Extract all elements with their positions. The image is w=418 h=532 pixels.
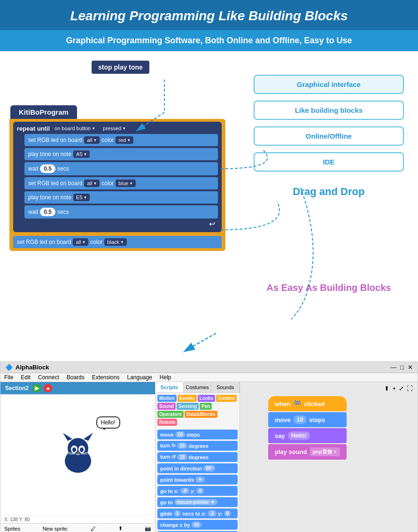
cat-control-btn[interactable]: Control xyxy=(216,395,237,402)
menu-edit[interactable]: Edit xyxy=(21,374,31,381)
tab-sounds[interactable]: Sounds xyxy=(211,382,240,392)
menu-extensions[interactable]: Extensions xyxy=(92,374,120,381)
play-sound-block: play sound pop音效 xyxy=(268,444,347,460)
pressed-dropdown[interactable]: pressed xyxy=(100,125,129,132)
play-tone-2-label: play tone on note xyxy=(28,194,71,201)
all3-dropdown[interactable]: all xyxy=(73,238,88,246)
ide-title-left: 🔷 AlphaBlock xyxy=(5,364,49,371)
cat-data-btn[interactable]: Data&Blocks xyxy=(185,411,217,418)
building-blocks-label: As Easy As Building Blocks xyxy=(254,282,404,293)
header-top: Learning Programming Like Building Block… xyxy=(0,0,418,30)
set-rgb-red-block: set RGB led on board all color red xyxy=(24,134,218,146)
menu-boards[interactable]: Boards xyxy=(67,374,85,381)
menu-language[interactable]: Language xyxy=(127,374,152,381)
flag-icon: 🏁 xyxy=(293,400,301,407)
stop-play-tone-label: stop play tone xyxy=(92,61,149,74)
cat-svg xyxy=(54,430,101,477)
repeat-header: repeat until on board button pressed xyxy=(17,125,218,132)
wait-val-1: 0.5 xyxy=(40,164,55,173)
cat-pen-btn[interactable]: Pen xyxy=(200,403,212,410)
cat-sound-btn[interactable]: Sound xyxy=(157,403,176,410)
cat-sensing-btn[interactable]: Sensing xyxy=(177,403,199,410)
wait-1-label: wait xyxy=(28,165,38,172)
svg-point-2 xyxy=(68,438,88,459)
feature-graphical-interface[interactable]: Graphical interface xyxy=(254,75,404,94)
new-sprite-photo-btn[interactable]: 📷 xyxy=(145,525,151,532)
new-sprite-upload-btn[interactable]: ⬆ xyxy=(118,525,123,532)
block-point-towards[interactable]: point towards ▼ xyxy=(157,475,238,485)
stage-panel: Section2 ▶ ■ Hello! xyxy=(0,382,155,532)
menu-help[interactable]: Help xyxy=(160,374,171,381)
clicked-label: clicked xyxy=(304,400,325,407)
block-move-steps[interactable]: move 10 steps xyxy=(157,430,238,439)
note-a5-dropdown[interactable]: A5 xyxy=(73,150,90,158)
all2-dropdown[interactable]: all xyxy=(84,180,100,187)
scripts-toolbar: ⬆ + ⤢ ⛶ xyxy=(384,385,413,392)
cat-events-btn[interactable]: Events xyxy=(178,395,197,402)
feature-online-offline[interactable]: Online/Offline xyxy=(254,126,404,146)
ide-minimize-btn[interactable]: — xyxy=(390,364,396,371)
cat-motion-btn[interactable]: Motion xyxy=(157,395,177,402)
when-clicked-hat: when 🏁 clicked xyxy=(268,396,347,411)
wait-1-block: wait 0.5 secs xyxy=(24,162,218,175)
sprites-label: Sprites xyxy=(4,526,20,532)
ide-close-btn[interactable]: ✕ xyxy=(408,364,413,371)
cat-operators-btn[interactable]: Operators xyxy=(157,411,184,418)
block-goto-mousepointer[interactable]: go to mouse-pointer ▼ xyxy=(157,497,238,507)
drag-drop-label: Drag and Drop xyxy=(254,186,404,198)
feature-like-building-blocks[interactable]: Like building blocks xyxy=(254,101,404,120)
set-rgb-red-label: set RGB led on board xyxy=(28,137,82,143)
expand-icon[interactable]: ⤢ xyxy=(399,385,404,392)
svg-point-7 xyxy=(72,447,76,452)
menu-file[interactable]: File xyxy=(4,374,13,381)
move-value: 10 xyxy=(294,415,306,424)
block-goto-xy[interactable]: go to x: -0 y: 0 xyxy=(157,486,238,496)
ide-maximize-btn[interactable]: □ xyxy=(400,364,404,371)
stop-button[interactable]: ■ xyxy=(44,384,52,392)
wait-2-label: wait xyxy=(28,209,38,215)
stage-header: Section2 ▶ ■ xyxy=(0,382,155,394)
tab-costumes[interactable]: Costumes xyxy=(184,382,212,392)
black-dropdown[interactable]: black xyxy=(104,238,127,246)
play-tone-e5-block: play tone on note E5 xyxy=(24,191,218,203)
header-subtitle: Graphical Programming Software, Both Onl… xyxy=(0,30,418,51)
wait-2-block: wait 0.5 secs xyxy=(24,205,218,219)
page-title: Learning Programming Like Building Block… xyxy=(9,8,409,23)
when-label: when xyxy=(275,400,290,407)
flag-button[interactable]: ▶ xyxy=(32,384,41,392)
loop-arrow: ↩ xyxy=(17,219,218,229)
svg-marker-4 xyxy=(84,433,93,441)
cat-looks-btn[interactable]: Looks xyxy=(198,395,215,402)
new-sprite-paint-btn[interactable]: 🖊 xyxy=(91,526,96,532)
repeat-body: set RGB led on board all color red play … xyxy=(24,134,218,219)
menu-connect[interactable]: Connect xyxy=(38,374,59,381)
stage-canvas: Hello! xyxy=(0,394,155,516)
blocks-list: move 10 steps turn ↻ 15 degrees turn ↺ 1… xyxy=(155,428,240,532)
block-point-direction[interactable]: point in direction 90° xyxy=(157,463,238,473)
block-turn-ccw[interactable]: turn ↺ 15 degrees xyxy=(157,452,238,462)
play-tone-a5-block: play tone on note A5 xyxy=(24,148,218,160)
sound-dropdown[interactable]: pop音效 xyxy=(310,447,340,456)
tab-scripts[interactable]: Scripts xyxy=(155,382,184,392)
note-e5-dropdown[interactable]: E5 xyxy=(73,194,90,201)
add-icon[interactable]: + xyxy=(392,385,396,392)
block-turn-cw[interactable]: turn ↻ 15 degrees xyxy=(157,441,238,451)
block-glide[interactable]: glide 1 secs to x: -2 y: 0 xyxy=(157,509,238,518)
new-sprite-label: New sprite: xyxy=(43,526,69,532)
on-board-button-dropdown[interactable]: on board button xyxy=(52,125,98,132)
red-dropdown[interactable]: red xyxy=(116,136,133,144)
top-section: stop play tone KitiBoProgram repeat unti… xyxy=(0,51,418,361)
cat-robots-btn[interactable]: Robots xyxy=(157,419,177,426)
secs-2-label: secs xyxy=(57,209,69,215)
set-rgb-black-label: set RGB led on board xyxy=(17,239,71,245)
fullscreen-icon[interactable]: ⛶ xyxy=(407,385,413,392)
subtitle-text: Graphical Programming Software, Both Onl… xyxy=(9,36,409,46)
feature-ide[interactable]: IDE xyxy=(254,152,404,172)
blue-dropdown[interactable]: blue xyxy=(116,180,136,187)
upload-icon[interactable]: ⬆ xyxy=(384,385,389,392)
repeat-until-block: repeat until on board button pressed set… xyxy=(13,122,222,232)
ide-title-right: — □ ✕ xyxy=(390,364,413,371)
say-label: say xyxy=(275,432,285,439)
all1-dropdown[interactable]: all xyxy=(84,136,100,144)
block-change-x[interactable]: change x by 10 xyxy=(157,520,238,530)
